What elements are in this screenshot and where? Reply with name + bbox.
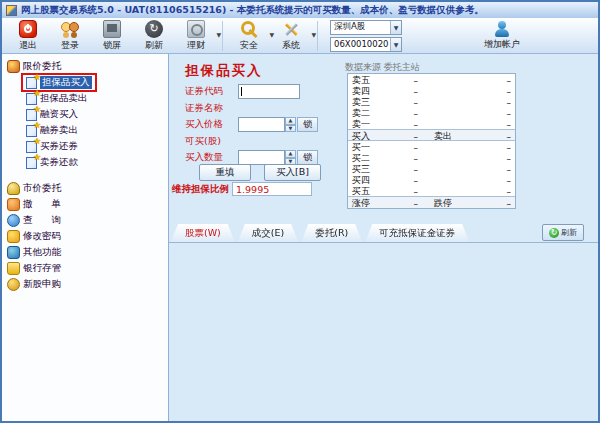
- tab-label: 委托(R): [315, 227, 348, 240]
- quote-refresh-button[interactable]: 刷新: [542, 224, 584, 241]
- toolbar-buttons: 退出登录锁屏刷新理财▼安全▼系统▼: [12, 20, 318, 52]
- reset-button[interactable]: 重填: [199, 164, 251, 181]
- sidebar-item-label: 担保品卖出: [40, 92, 88, 105]
- quote-value: –: [470, 76, 515, 86]
- text-caret: [241, 87, 242, 96]
- market-account-selects: 深圳A股 ▼ 06X0010020 ▼: [330, 20, 402, 52]
- account-select[interactable]: 06X0010020 ▼: [330, 37, 402, 52]
- wealth-button[interactable]: 理财▼: [180, 20, 212, 52]
- quote-value: –: [384, 109, 418, 119]
- tab[interactable]: 成交(E): [238, 224, 298, 242]
- tab-strip: 股票(W)成交(E)委托(R)可充抵保证金证券: [171, 224, 469, 242]
- price-lock-button[interactable]: 锁: [297, 117, 318, 132]
- sidebar-item[interactable]: 查 询: [2, 213, 168, 228]
- security-code-label: 证券代码: [185, 85, 238, 98]
- tab-label: 股票(W): [185, 227, 221, 240]
- sidebar-item-label: 融券卖出: [40, 124, 78, 137]
- cancel-order-icon: [7, 198, 20, 211]
- buy-price-input[interactable]: [238, 117, 285, 132]
- sidebar-item[interactable]: 新股申购: [2, 277, 168, 292]
- available-shares-row: 可买(股): [185, 134, 238, 149]
- tab[interactable]: 股票(W): [171, 224, 235, 242]
- market-select[interactable]: 深圳A股 ▼: [330, 20, 402, 35]
- sidebar-item[interactable]: 担保品买入: [2, 75, 168, 90]
- security-button[interactable]: 安全▼: [233, 20, 265, 52]
- security-icon: [240, 20, 258, 38]
- sidebar-item[interactable]: 融券卖出: [2, 123, 168, 138]
- quote-value: –: [384, 165, 418, 175]
- step-up-icon[interactable]: ▲: [285, 117, 296, 125]
- title-bar: 网上股票交易系统5.0 - UAT(81106515216) - 本委托系统提示…: [2, 2, 598, 18]
- quote-value: –: [470, 176, 515, 186]
- chevron-down-icon[interactable]: ▼: [311, 31, 316, 38]
- sidebar-item-label: 修改密码: [23, 230, 61, 243]
- sidebar-item[interactable]: 银行存管: [2, 261, 168, 276]
- quote-label: 涨停: [348, 197, 384, 210]
- system-button[interactable]: 系统▼: [275, 20, 307, 52]
- sidebar-item-label: 撤 单: [23, 198, 61, 211]
- quote-value: –: [384, 176, 418, 186]
- buy-quantity-row: 买入数量 ▲ ▼ 锁: [185, 150, 318, 165]
- sidebar-item[interactable]: 市价委托: [2, 181, 168, 196]
- buy-quantity-stepper: ▲ ▼: [285, 150, 296, 165]
- security-name-row: 证券名称: [185, 101, 238, 116]
- sidebar-item[interactable]: 融资买入: [2, 107, 168, 122]
- sidebar-item[interactable]: 限价委托: [2, 59, 168, 74]
- tab[interactable]: 可充抵保证金证券: [365, 224, 469, 242]
- quote-row: 买四––: [348, 174, 515, 185]
- login-icon: [61, 20, 79, 38]
- buy-quantity-input[interactable]: [238, 150, 285, 165]
- exit-button[interactable]: 退出: [12, 20, 44, 52]
- quote-value: –: [470, 132, 515, 142]
- buy-button[interactable]: 买入[B]: [264, 164, 321, 181]
- quote-value: –: [470, 87, 515, 97]
- step-down-icon[interactable]: ▼: [285, 125, 296, 133]
- quote-row: 卖一––: [348, 118, 515, 129]
- password-icon: [7, 230, 20, 243]
- buy-price-row: 买入价格 ▲ ▼ 锁: [185, 117, 318, 132]
- tab-baseline: [169, 242, 598, 243]
- quote-value: –: [384, 154, 418, 164]
- quote-value: –: [384, 187, 418, 197]
- refresh-button[interactable]: 刷新: [138, 20, 170, 52]
- main-area: 限价委托担保品买入担保品卖出融资买入融券卖出买券还券卖券还款市价委托撤 单查 询…: [2, 54, 598, 421]
- lock-screen-button[interactable]: 锁屏: [96, 20, 128, 52]
- security-code-input[interactable]: [238, 84, 300, 99]
- ipo-icon: [7, 278, 20, 291]
- sidebar-item-label: 融资买入: [40, 108, 78, 121]
- sidebar-item[interactable]: 其他功能: [2, 245, 168, 260]
- quote-value: –: [470, 98, 515, 108]
- sidebar-menu: 限价委托担保品买入担保品卖出融资买入融券卖出买券还券卖券还款市价委托撤 单查 询…: [2, 54, 169, 421]
- login-button[interactable]: 登录: [54, 20, 86, 52]
- sidebar-item[interactable]: 担保品卖出: [2, 91, 168, 106]
- chevron-down-icon[interactable]: ▼: [216, 31, 221, 38]
- account-select-value: 06X0010020: [334, 39, 389, 49]
- chevron-down-icon[interactable]: ▼: [390, 38, 401, 51]
- sidebar-item[interactable]: 撤 单: [2, 197, 168, 212]
- sidebar-item[interactable]: 卖券还款: [2, 155, 168, 170]
- sidebar-item[interactable]: 修改密码: [2, 229, 168, 244]
- sidebar-item[interactable]: 买券还券: [2, 139, 168, 154]
- add-account-button[interactable]: 增加帐户: [484, 21, 520, 51]
- maintenance-ratio-row: 维持担保比例 1.9995: [172, 182, 312, 196]
- quote-row: 卖三––: [348, 96, 515, 107]
- limit-order-icon: [7, 60, 20, 73]
- quote-table: 卖五––卖四––卖三––卖二––卖一––买入–卖出–买一––买二––买三––买四…: [347, 73, 516, 209]
- quote-refresh-label: 刷新: [561, 227, 577, 238]
- step-up-icon[interactable]: ▲: [285, 150, 296, 158]
- exit-icon: [19, 20, 37, 38]
- add-account-icon: [493, 21, 511, 37]
- quantity-lock-button[interactable]: 锁: [297, 150, 318, 165]
- quote-value: –: [470, 165, 515, 175]
- tab[interactable]: 委托(R): [301, 224, 362, 242]
- buy-price-stepper: ▲ ▼: [285, 117, 296, 132]
- tab-label: 可充抵保证金证券: [379, 227, 455, 240]
- chevron-down-icon[interactable]: ▼: [269, 31, 274, 38]
- chevron-down-icon[interactable]: ▼: [390, 21, 401, 34]
- quote-value: –: [470, 143, 515, 153]
- quote-value: –: [384, 132, 418, 142]
- window-title: 网上股票交易系统5.0 - UAT(81106515216) - 本委托系统提示…: [21, 4, 484, 17]
- maintenance-ratio-label: 维持担保比例: [172, 183, 229, 196]
- toolbar-button-label: 系统: [282, 39, 300, 52]
- quote-value: –: [384, 120, 418, 130]
